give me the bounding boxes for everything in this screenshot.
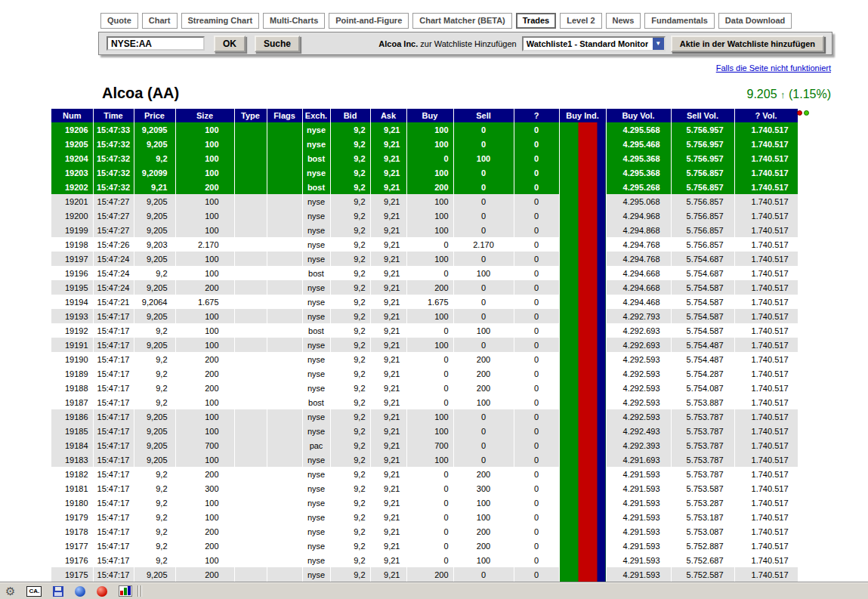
cell-price: 9,205 [134, 424, 175, 438]
cell-time: 15:47:17 [93, 481, 134, 496]
trade-row[interactable]: 19183 15:47:17 9,205 100 nyse 9,2 9,21 1… [51, 452, 798, 467]
cell-price: 9,2095 [134, 122, 175, 137]
green-status-dot-icon[interactable] [804, 110, 809, 116]
tab-news[interactable]: News [606, 13, 641, 29]
trade-row[interactable]: 19191 15:47:17 9,205 100 nyse 9,2 9,21 1… [51, 338, 798, 352]
trade-row[interactable]: 19193 15:47:17 9,205 100 nyse 9,2 9,21 1… [51, 309, 798, 323]
tab-trades[interactable]: Trades [516, 13, 556, 29]
taskbar-gripper[interactable] [137, 585, 142, 597]
trade-row[interactable]: 19197 15:47:24 9,205 100 nyse 9,2 9,21 1… [51, 252, 798, 266]
trade-row[interactable]: 19185 15:47:17 9,205 100 nyse 9,2 9,21 1… [51, 424, 798, 438]
page-problem-link[interactable]: Falls die Seite nicht funktioniert [716, 63, 831, 73]
trade-row[interactable]: 19195 15:47:24 9,205 200 nyse 9,2 9,21 2… [51, 280, 798, 295]
column-header-3: Price [134, 109, 175, 122]
search-button[interactable]: Suche [255, 36, 300, 52]
cell-bid: 9,2 [330, 338, 370, 352]
watchlist-selected-value: Watchliste1 - Standard Monitor [527, 39, 649, 48]
trade-row[interactable]: 19202 15:47:32 9,21 200 bost 9,2 9,21 20… [51, 180, 798, 194]
trade-row[interactable]: 19192 15:47:17 9,2 100 bost 9,2 9,21 0 1… [51, 323, 798, 338]
cell-sell-vol: 5.753.787 [671, 438, 734, 452]
cell-sell-vol: 5.753.787 [671, 452, 734, 467]
cell-question: 0 [514, 424, 559, 438]
trade-row[interactable]: 19190 15:47:17 9,2 200 nyse 9,2 9,21 0 2… [51, 352, 798, 366]
trade-row[interactable]: 19175 15:47:17 9,205 200 nyse 9,2 9,21 2… [51, 567, 798, 582]
cell-size: 200 [175, 524, 234, 539]
cell-question-vol: 1.740.517 [734, 309, 798, 323]
buy-indicator-bar [559, 567, 606, 582]
trade-row[interactable]: 19201 15:47:27 9,205 100 nyse 9,2 9,21 1… [51, 194, 798, 208]
trade-row[interactable]: 19177 15:47:17 9,2 200 nyse 9,2 9,21 0 2… [51, 539, 798, 553]
tab-quote[interactable]: Quote [100, 13, 138, 29]
cell-sell-vol: 5.754.287 [671, 366, 734, 381]
cell-type [234, 223, 267, 237]
trade-row[interactable]: 19176 15:47:17 9,2 100 nyse 9,2 9,21 0 1… [51, 553, 798, 567]
symbol-input[interactable] [107, 36, 205, 51]
trade-row[interactable]: 19181 15:47:17 9,2 300 nyse 9,2 9,21 0 3… [51, 481, 798, 496]
tab-chart[interactable]: Chart [142, 13, 178, 29]
cell-bid: 9,2 [330, 481, 370, 496]
trade-row[interactable]: 19179 15:47:17 9,2 100 nyse 9,2 9,21 0 1… [51, 510, 798, 524]
red-ball-icon[interactable] [97, 586, 107, 597]
cell-time: 15:47:17 [93, 524, 134, 539]
add-to-watchlist-button[interactable]: Aktie in der Watchliste hinzufügen [671, 36, 824, 52]
cell-bid: 9,2 [330, 366, 370, 381]
trade-row[interactable]: 19198 15:47:26 9,203 2.170 nyse 9,2 9,21… [51, 237, 798, 252]
cell-size: 100 [175, 165, 234, 180]
cell-buy: 0 [406, 323, 453, 338]
trade-row[interactable]: 19187 15:47:17 9,2 100 bost 9,2 9,21 0 1… [51, 395, 798, 409]
trade-row[interactable]: 19206 15:47:33 9,2095 100 nyse 9,2 9,21 … [51, 122, 798, 137]
buy-indicator-bar [559, 266, 606, 280]
trade-row[interactable]: 19182 15:47:17 9,2 200 nyse 9,2 9,21 0 2… [51, 467, 798, 481]
cell-buy: 0 [406, 381, 453, 395]
trade-row[interactable]: 19203 15:47:32 9,2099 100 nyse 9,2 9,21 … [51, 165, 798, 180]
tab-point-and-figure[interactable]: Point-and-Figure [329, 13, 409, 29]
blue-ball-icon[interactable] [75, 586, 85, 597]
trade-row[interactable]: 19178 15:47:17 9,2 200 nyse 9,2 9,21 0 2… [51, 524, 798, 539]
cell-bid: 9,2 [330, 452, 370, 467]
tab-multi-charts[interactable]: Multi-Charts [263, 13, 325, 29]
tab-fundamentals[interactable]: Fundamentals [644, 13, 715, 29]
cell-sell-vol: 5.752.887 [671, 539, 734, 553]
trade-row[interactable]: 19189 15:47:17 9,2 200 nyse 9,2 9,21 0 2… [51, 366, 798, 381]
cell-exchange: nyse [302, 539, 330, 553]
trade-row[interactable]: 19194 15:47:21 9,2064 1.675 nyse 9,2 9,2… [51, 295, 798, 309]
tab-level-2[interactable]: Level 2 [560, 13, 601, 29]
taskbar: ⚙ CA. [0, 582, 868, 599]
trade-row[interactable]: 19186 15:47:17 9,205 100 nyse 9,2 9,21 1… [51, 409, 798, 424]
cell-question: 0 [514, 194, 559, 208]
trade-row[interactable]: 19199 15:47:27 9,205 100 nyse 9,2 9,21 1… [51, 223, 798, 237]
plugin-gear-icon[interactable]: ⚙ [5, 585, 15, 597]
trade-row[interactable]: 19205 15:47:32 9,205 100 nyse 9,2 9,21 1… [51, 137, 798, 151]
trade-row[interactable]: 19188 15:47:17 9,2 200 nyse 9,2 9,21 0 2… [51, 381, 798, 395]
cell-flags [267, 352, 302, 366]
cell-buy-vol: 4.291.693 [606, 452, 671, 467]
trade-row[interactable]: 19196 15:47:24 9,2 100 bost 9,2 9,21 0 1… [51, 266, 798, 280]
cell-question: 0 [514, 524, 559, 539]
buy-indicator-bar [559, 352, 606, 366]
cell-exchange: nyse [302, 409, 330, 424]
cell-question: 0 [514, 252, 559, 266]
red-status-dot-icon[interactable] [797, 110, 802, 116]
tab-chart-matcher-beta[interactable]: Chart Matcher (BETA) [412, 13, 511, 29]
cell-time: 15:47:27 [93, 194, 134, 208]
tab-data-download[interactable]: Data Download [718, 13, 792, 29]
trade-row[interactable]: 19184 15:47:17 9,205 700 pac 9,2 9,21 70… [51, 438, 798, 452]
ca-plugin-icon[interactable]: CA. [26, 586, 42, 597]
cell-num: 19196 [51, 266, 93, 280]
save-icon[interactable] [53, 586, 63, 597]
cell-sell-vol: 5.754.687 [671, 252, 734, 266]
ok-button[interactable]: OK [214, 36, 246, 52]
trade-row[interactable]: 19180 15:47:17 9,2 100 nyse 9,2 9,21 0 1… [51, 496, 798, 510]
cell-size: 100 [175, 395, 234, 409]
cell-ask: 9,21 [370, 137, 406, 151]
tab-streaming-chart[interactable]: Streaming Chart [181, 13, 260, 29]
trade-row[interactable]: 19200 15:47:27 9,205 100 nyse 9,2 9,21 1… [51, 208, 798, 223]
cell-sell: 0 [453, 338, 514, 352]
mini-chart-icon[interactable] [119, 585, 132, 597]
watchlist-select[interactable]: Watchliste1 - Standard Monitor ▼ [522, 36, 666, 51]
cell-ask: 9,21 [370, 323, 406, 338]
cell-question-vol: 1.740.517 [734, 438, 798, 452]
cell-time: 15:47:17 [93, 553, 134, 567]
chevron-down-icon[interactable]: ▼ [653, 38, 664, 50]
trade-row[interactable]: 19204 15:47:32 9,2 100 bost 9,2 9,21 0 1… [51, 151, 798, 165]
